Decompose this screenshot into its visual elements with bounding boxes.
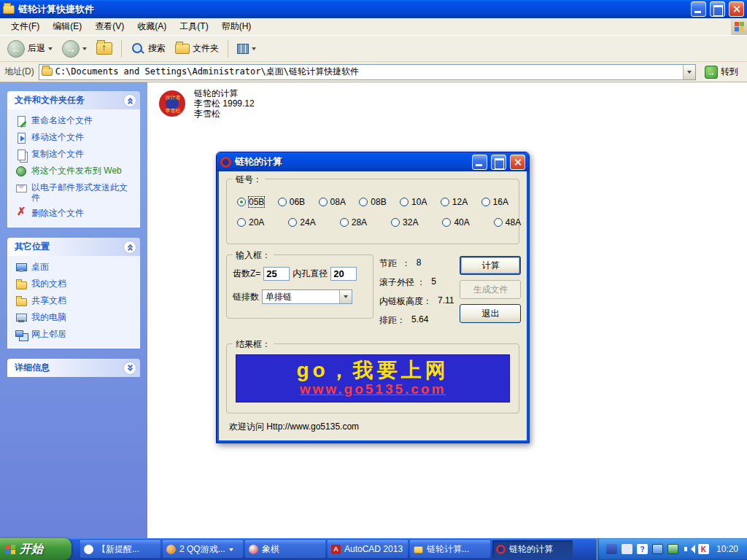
address-input[interactable] [55,66,680,79]
collapse-chevron-icon[interactable] [123,94,136,107]
shared-documents-icon [15,295,27,307]
bore-input[interactable] [330,267,357,281]
kingsoft-tray-icon[interactable]: K [698,544,709,554]
task-label: 将这个文件发布到 Web [31,166,122,176]
radio-28a[interactable]: 28A [340,217,367,228]
dialog-minimize-button[interactable] [472,155,487,170]
results-readout: 节距 ：8 滚子外径 ：5 内链板高度：7.11 排距：5.64 [379,254,454,333]
other-places-header[interactable]: 其它位置 [7,238,140,256]
minimize-button[interactable] [691,1,706,17]
radio-12a[interactable]: 12A [441,197,468,207]
display-tray-icon[interactable] [652,544,663,554]
expand-chevron-icon[interactable] [123,362,136,375]
result-group-label: 结果框： [233,338,274,351]
input-method-icon[interactable] [606,544,617,554]
maximize-button[interactable] [710,1,725,17]
teeth-input[interactable] [263,267,290,281]
window-titlebar[interactable]: 链轮计算快捷软件 [0,0,747,18]
chain-radio-row-1: 05B 06B 08A 08B 10A 12A 16A [237,197,508,207]
taskbar-item-chess[interactable]: 象棋 [245,540,325,558]
task-email-file[interactable]: 以电子邮件形式发送此文件 [15,182,135,203]
radio-05b[interactable]: 05B [237,197,264,207]
place-shared-documents[interactable]: 共享文档 [15,295,135,307]
radio-08b[interactable]: 08B [359,197,386,207]
collapse-chevron-icon[interactable] [123,241,136,254]
taskbar-item-autocad[interactable]: AutoCAD 2013 [328,540,408,558]
sprocket-dialog: 链轮的计算 链号： 05B 06B 08A 08B 10A [216,152,530,443]
folders-button[interactable]: 文件夹 [172,41,222,56]
address-folder-icon [42,68,53,76]
dialog-close-button[interactable] [510,155,525,170]
file-tasks-header[interactable]: 文件和文件夹任务 [7,91,140,109]
place-my-documents[interactable]: 我的文档 [15,279,135,290]
radio-48a[interactable]: 48A [494,217,521,228]
taskbar-item-sprocket-folder[interactable]: 链轮计算... [410,540,490,558]
search-button[interactable]: 搜索 [128,40,169,58]
menu-view[interactable]: 查看(V) [88,18,131,35]
result-plate-height: 内链板高度：7.11 [379,295,454,308]
messenger-tray-icon[interactable] [622,544,632,554]
radio-06b[interactable]: 06B [278,197,305,207]
dialog-titlebar[interactable]: 链轮的计算 [217,152,529,171]
move-icon [15,132,27,144]
menu-favorites[interactable]: 收藏(A) [131,18,173,35]
go-arrow-icon: → [705,66,718,79]
radio-20a[interactable]: 20A [237,217,264,228]
volume-icon[interactable] [683,544,694,554]
place-network[interactable]: 网上邻居 [15,329,135,341]
details-header[interactable]: 详细信息 [7,359,140,377]
radio-08a[interactable]: 08A [319,197,346,207]
forward-button[interactable]: → [59,39,90,59]
place-label: 桌面 [31,262,49,272]
exit-button[interactable]: 退出 [460,304,521,323]
ad-banner[interactable]: go，我要上网 www.go5135.com [236,354,510,402]
address-dropdown-button[interactable] [683,65,695,79]
taskbar-item-qq-reminder[interactable]: 【新提醒... [80,540,160,558]
radio-40a[interactable]: 40A [442,217,469,228]
generate-file-button: 生成文件 [460,280,521,299]
back-button[interactable]: ← 后退 [4,39,55,59]
toolbar: ← 后退 → 搜索 文件夹 [0,36,747,62]
menu-tools[interactable]: 工具(T) [173,18,214,35]
input-group-label: 输入框： [233,249,274,262]
go-button[interactable]: → 转到 [700,64,743,80]
views-button[interactable] [234,42,259,55]
task-delete-file[interactable]: 删除这个文件 [15,208,135,219]
file-author: 李雪松 [194,109,255,119]
forward-caret-icon [82,47,87,52]
radio-24a[interactable]: 24A [288,217,315,228]
menu-help[interactable]: 帮助(H) [215,18,258,35]
start-button[interactable]: 开始 [0,538,71,560]
taskbar-item-qq-games[interactable]: 2 QQ游戏... [163,540,243,558]
combo-dropdown-icon[interactable] [339,290,352,303]
menu-edit[interactable]: 编辑(E) [46,18,88,35]
qq-message-icon [84,545,93,554]
taskbar-item-sprocket-dialog[interactable]: 链轮的计算 [492,540,573,558]
place-label: 网上邻居 [31,329,66,339]
file-author-year: 李雪松 1999.12 [194,98,255,109]
qq-games-icon [166,545,176,554]
task-publish-file[interactable]: 将这个文件发布到 Web [15,166,135,177]
my-computer-icon [15,312,27,324]
network-tray-icon[interactable] [667,544,678,554]
dialog-maximize-button[interactable] [491,155,506,170]
radio-16a[interactable]: 16A [481,197,508,207]
chain-group-label: 链号： [233,174,265,186]
radio-10a[interactable]: 10A [400,197,427,207]
task-copy-file[interactable]: 复制这个文件 [15,149,135,160]
place-desktop[interactable]: 桌面 [15,262,135,273]
close-button[interactable] [729,1,744,17]
menu-file[interactable]: 文件(F) [4,18,46,35]
result-roller-diameter: 滚子外径 ：5 [379,276,454,289]
task-rename-file[interactable]: 重命名这个文件 [15,115,135,127]
calculate-button[interactable]: 计算 [460,256,521,275]
file-item[interactable]: 设计者 李雪松 链轮的计算 李雪松 1999.12 李雪松 [156,88,255,120]
place-my-computer[interactable]: 我的电脑 [15,312,135,324]
radio-32a[interactable]: 32A [391,217,418,228]
chain-rows-select[interactable]: 单排链 [262,289,352,304]
up-button[interactable] [93,41,115,56]
help-tray-icon[interactable]: ? [637,544,648,554]
taskbar-clock[interactable]: 10:20 [716,544,738,554]
task-move-file[interactable]: 移动这个文件 [15,132,135,144]
window-folder-icon [3,5,15,14]
